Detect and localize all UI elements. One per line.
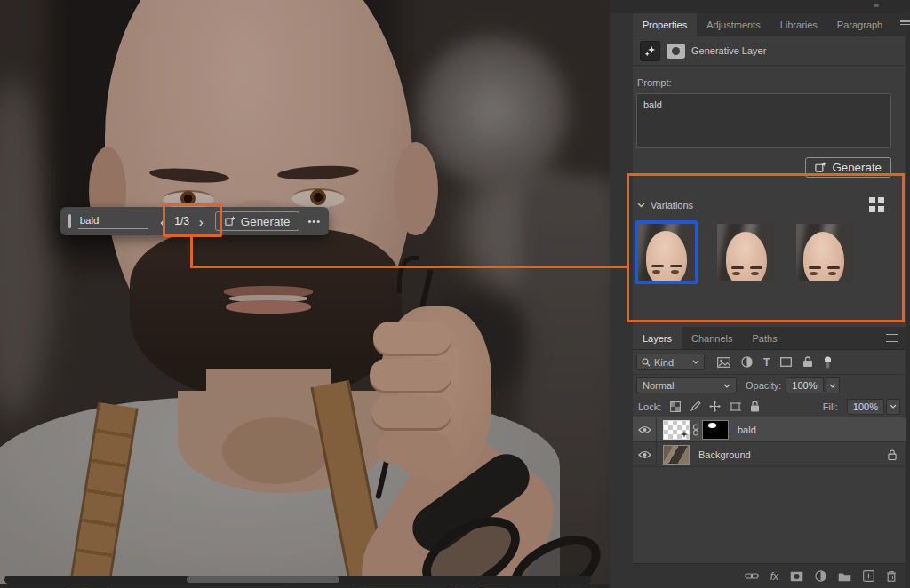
variation-navigator: ‹ 1/3 ›: [157, 215, 206, 228]
menu-icon: [886, 334, 898, 342]
kind-label: Kind: [654, 357, 674, 368]
blend-mode-select[interactable]: Normal: [636, 377, 737, 393]
layers-tabbar: Layers Channels Paths: [633, 327, 906, 350]
lock-all-icon[interactable]: [750, 401, 760, 412]
window-right-edge: [906, 13, 910, 588]
chevron-down-icon: [692, 360, 699, 364]
canvas-dim-overlay: [0, 0, 610, 588]
layer-effects-icon[interactable]: fx: [770, 570, 778, 583]
layers-empty-area[interactable]: [633, 467, 906, 563]
panel-menu-button[interactable]: [878, 327, 906, 349]
layers-panel: Layers Channels Paths Kind T Normal: [633, 327, 906, 588]
link-layers-icon[interactable]: [745, 572, 759, 580]
grid-view-icon[interactable]: [869, 197, 884, 212]
filter-adjustment-layers-icon[interactable]: [741, 356, 753, 368]
lock-artboard-icon[interactable]: [730, 401, 741, 412]
background-layer-thumbnail[interactable]: [663, 445, 690, 465]
generative-sparkle-icon: [640, 41, 660, 61]
new-group-folder-icon[interactable]: [838, 571, 851, 582]
sparkle-icon: [681, 431, 688, 438]
panel-menu-button[interactable]: [892, 13, 910, 36]
tab-adjustments[interactable]: Adjustments: [697, 13, 770, 36]
variations-title: Variations: [651, 200, 693, 211]
fill-dropdown-button[interactable]: [886, 399, 900, 415]
layer-mask-thumbnail[interactable]: [702, 420, 729, 440]
annotation-connector-vertical: [190, 237, 193, 266]
layer-mask-icon: [667, 44, 685, 59]
filter-smart-objects-icon[interactable]: [802, 356, 813, 368]
variations-header: Variations: [637, 197, 906, 212]
previous-variation-button[interactable]: ‹: [160, 215, 164, 228]
blend-mode-value: Normal: [643, 380, 674, 391]
search-icon: [642, 358, 651, 367]
tab-channels[interactable]: Channels: [682, 327, 742, 349]
opacity-value: 100%: [792, 380, 817, 391]
variation-counter: 1/3: [174, 215, 189, 227]
lock-transparency-icon[interactable]: [670, 401, 681, 412]
menu-icon: [900, 20, 910, 28]
generate-button-label: Generate: [832, 161, 882, 174]
layer-row-background[interactable]: Background: [633, 442, 906, 467]
canvas-bottom-strip: [0, 584, 610, 588]
document-canvas[interactable]: [0, 0, 610, 588]
filter-shape-layers-icon[interactable]: [780, 357, 792, 367]
variations-thumbnails: [638, 224, 906, 281]
panel-drag-handle[interactable]: [874, 4, 879, 7]
photoshop-window: Properties Adjustments Libraries Paragra…: [0, 0, 910, 588]
layer-locked-badge: [888, 449, 897, 460]
more-options-button[interactable]: •••: [307, 216, 321, 226]
lock-pixels-brush-icon[interactable]: [690, 401, 700, 412]
delete-layer-trash-icon[interactable]: [886, 570, 897, 582]
layer-type-label: Generative Layer: [691, 45, 766, 56]
tab-paragraph[interactable]: Paragraph: [827, 13, 892, 36]
prompt-textarea[interactable]: bald: [636, 93, 891, 148]
layer-filter-row: Kind T: [633, 350, 906, 374]
properties-tabbar: Properties Adjustments Libraries Paragra…: [633, 13, 906, 36]
kind-filter-select[interactable]: Kind: [636, 354, 705, 370]
variation-thumbnail-1[interactable]: [638, 224, 695, 281]
eye-icon: [638, 450, 651, 459]
chevron-down-icon: [723, 384, 730, 388]
taskbar-generate-label: Generate: [241, 215, 291, 228]
opacity-value-field[interactable]: 100%: [786, 377, 823, 393]
filter-toggle-switch[interactable]: [824, 356, 832, 369]
opacity-dropdown-button[interactable]: [826, 377, 840, 393]
taskbar-prompt-input[interactable]: bald: [78, 214, 149, 229]
variation-thumbnail-2[interactable]: [717, 224, 774, 281]
fill-label: Fill:: [823, 401, 838, 412]
taskbar-drag-handle[interactable]: [68, 214, 71, 228]
layer-name[interactable]: Background: [698, 449, 751, 460]
lock-row: Lock: Fill: 100%: [633, 396, 906, 417]
tab-paths[interactable]: Paths: [743, 327, 787, 349]
chevron-down-icon[interactable]: [637, 203, 645, 208]
mask-link-icon[interactable]: [692, 424, 699, 436]
annotation-connector-horizontal: [190, 266, 627, 268]
tab-libraries[interactable]: Libraries: [770, 13, 827, 36]
add-layer-mask-icon[interactable]: [790, 571, 803, 582]
tab-layers[interactable]: Layers: [633, 327, 682, 349]
workspace-gutter: [610, 0, 633, 588]
generate-icon: [225, 216, 235, 226]
taskbar-generate-button[interactable]: Generate: [215, 211, 300, 231]
next-variation-button[interactable]: ›: [199, 215, 204, 228]
generate-button[interactable]: Generate: [805, 157, 891, 178]
tab-properties[interactable]: Properties: [633, 13, 697, 36]
layer-row-bald[interactable]: bald: [633, 417, 906, 442]
opacity-label: Opacity:: [746, 380, 781, 391]
new-adjustment-layer-icon[interactable]: [815, 570, 826, 582]
layer-name[interactable]: bald: [738, 425, 756, 435]
fill-value-field[interactable]: 100%: [847, 399, 884, 415]
variation-thumbnail-3[interactable]: [796, 224, 853, 281]
generative-layer-thumbnail[interactable]: [663, 420, 690, 440]
prompt-label: Prompt:: [637, 77, 906, 88]
horizontal-scrollbar-thumb[interactable]: [187, 576, 339, 583]
generate-icon: [815, 162, 826, 173]
properties-panel: Properties Adjustments Libraries Paragra…: [633, 13, 906, 327]
filter-type-layers-icon[interactable]: T: [763, 357, 770, 368]
new-layer-icon[interactable]: [863, 570, 874, 582]
filter-pixel-layers-icon[interactable]: [717, 357, 730, 368]
lock-position-move-icon[interactable]: [709, 401, 721, 412]
visibility-toggle[interactable]: [633, 417, 657, 441]
layers-footer-toolbar: fx: [633, 563, 906, 588]
visibility-toggle[interactable]: [633, 442, 657, 466]
